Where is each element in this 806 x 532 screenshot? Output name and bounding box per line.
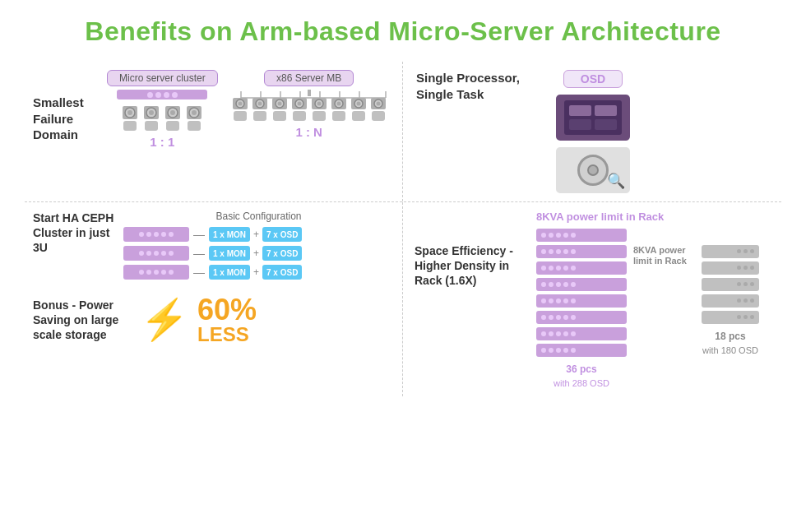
gray-bar-2	[702, 261, 759, 275]
svg-rect-32	[253, 111, 266, 121]
ha-plus-1: +	[252, 229, 260, 240]
x86-connection-line	[231, 91, 396, 103]
gray-dots-1	[737, 249, 754, 253]
ha-dot	[146, 251, 151, 256]
purple-dots-6	[541, 315, 576, 320]
ha-config-title: Basic Configuration	[123, 210, 394, 222]
ha-dot	[139, 270, 144, 275]
svg-rect-11	[166, 121, 179, 131]
ha-osd-2: 7 x OSD	[262, 246, 302, 261]
svg-rect-56	[372, 111, 385, 121]
svg-rect-3	[123, 121, 137, 131]
space-eff-diagram: 8KVA power limit in Rack 36 p	[536, 210, 773, 388]
ha-dot	[154, 251, 159, 256]
gray-bar-3	[702, 278, 759, 291]
ha-plus-3: +	[252, 266, 260, 278]
failure-domain-label: Smallest Failure Domain	[33, 70, 107, 143]
svg-point-10	[170, 110, 175, 115]
ha-row-3: — 1 x MON + 7 x OSD	[123, 265, 394, 280]
gray-dots-5	[737, 315, 754, 319]
density-grid: 36 pcs with 288 OSD 8KVA power limit in …	[536, 229, 759, 388]
micro-cluster-bar	[117, 90, 207, 99]
ha-bar-1	[123, 227, 189, 242]
ha-row-1: — 1 x MON + 7 x OSD	[123, 227, 394, 242]
gray-dots-2	[737, 266, 754, 270]
gray-dots-3	[737, 282, 754, 286]
space-efficiency-section: Space Efficiency - Higher Density in Rac…	[403, 202, 781, 396]
gray-bar-1	[702, 245, 759, 258]
purple-dots-5	[541, 298, 576, 303]
ha-dot	[139, 251, 144, 256]
failure-domain-section: Smallest Failure Domain Micro server clu…	[25, 62, 403, 201]
server-icon-4	[185, 106, 203, 131]
ha-dot	[154, 270, 159, 275]
micro-cluster-servers	[121, 106, 203, 131]
server-icon-1	[121, 106, 139, 131]
ha-dot	[139, 232, 144, 237]
osd-disk-icon: 🔍	[556, 147, 630, 193]
ha-dot	[154, 232, 159, 237]
ratio-1-1: 1 : 1	[150, 135, 174, 149]
ha-dot	[146, 270, 151, 275]
ha-mon-1: 1 x MON	[209, 227, 250, 242]
purple-bar-8	[536, 344, 627, 357]
osd-chip-board	[556, 95, 630, 141]
single-processor-label: Single Processor, Single Task	[416, 70, 556, 102]
purple-bar-7	[536, 327, 627, 340]
ha-ceph-diagram: Basic Configuration —	[123, 210, 394, 284]
ha-bar-3-dots	[139, 270, 174, 275]
gray-bar-4	[702, 294, 759, 308]
ha-ceph-section: Start HA CEPH Cluster in just 3U Basic C…	[33, 210, 394, 284]
purple-bar-1	[536, 229, 627, 242]
ha-mon-3: 1 x MON	[209, 265, 250, 280]
page-title: Benefits on Arm-based Micro-Server Archi…	[25, 16, 781, 47]
osd-label: OSD	[563, 70, 623, 88]
x86-servers	[231, 98, 387, 121]
purple-dots-1	[541, 233, 576, 238]
gray-bar-5	[702, 311, 759, 324]
ha-arrow-1: —	[192, 228, 206, 241]
svg-rect-44	[313, 111, 326, 121]
search-icon: 🔍	[607, 172, 625, 190]
purple-dots-7	[541, 331, 576, 336]
svg-rect-48	[332, 111, 345, 121]
ha-dot	[146, 232, 151, 237]
space-eff-label: Space Efficiency - Higher Density in Rac…	[415, 210, 530, 289]
svg-point-2	[127, 110, 132, 115]
ha-dot	[169, 232, 174, 237]
ha-row-2: — 1 x MON + 7 x OSD	[123, 246, 394, 261]
purple-dots-8	[541, 348, 576, 353]
svg-rect-52	[352, 111, 365, 121]
kva-right-wrapper: 8KVA power limit in Rack	[630, 229, 698, 266]
svg-rect-15	[188, 121, 201, 131]
ha-bar-1-dots	[139, 232, 174, 237]
kva-label-1: 8KVA power limit in Rack	[536, 210, 664, 224]
ha-dot	[161, 270, 166, 275]
x86-group: x86 Server MB	[231, 70, 387, 139]
bottom-section: Start HA CEPH Cluster in just 3U Basic C…	[25, 202, 781, 396]
svg-rect-28	[234, 111, 247, 121]
svg-point-14	[192, 110, 197, 115]
x86-label: x86 Server MB	[264, 70, 354, 86]
osd180-label: with 180 OSD	[702, 345, 758, 355]
ha-bar-2	[123, 246, 189, 261]
ratio-1-n: 1 : N	[295, 125, 322, 139]
purple-bar-4	[536, 278, 627, 291]
page: Benefits on Arm-based Micro-Server Archi…	[0, 0, 806, 532]
ha-arrow-2: —	[192, 247, 206, 260]
osd-disk-circle	[577, 155, 609, 186]
osd-chip-inner	[564, 100, 622, 135]
ha-dot	[169, 251, 174, 256]
svg-rect-7	[145, 121, 158, 131]
single-processor-section: Single Processor, Single Task OSD	[403, 62, 781, 201]
lightning-icon: ⚡	[140, 300, 189, 340]
failure-diagram: Micro server cluster	[107, 70, 387, 149]
ha-osd-3: 7 x OSD	[262, 265, 302, 280]
pcs36-label: 36 pcs	[566, 363, 596, 375]
space-eff-layout: Space Efficiency - Higher Density in Rac…	[415, 210, 773, 388]
osd-disk-center	[587, 164, 599, 176]
purple-dots-3	[541, 266, 576, 271]
ha-bar-3	[123, 265, 189, 280]
ha-dot	[161, 251, 166, 256]
micro-cluster-group: Micro server cluster	[107, 70, 218, 149]
